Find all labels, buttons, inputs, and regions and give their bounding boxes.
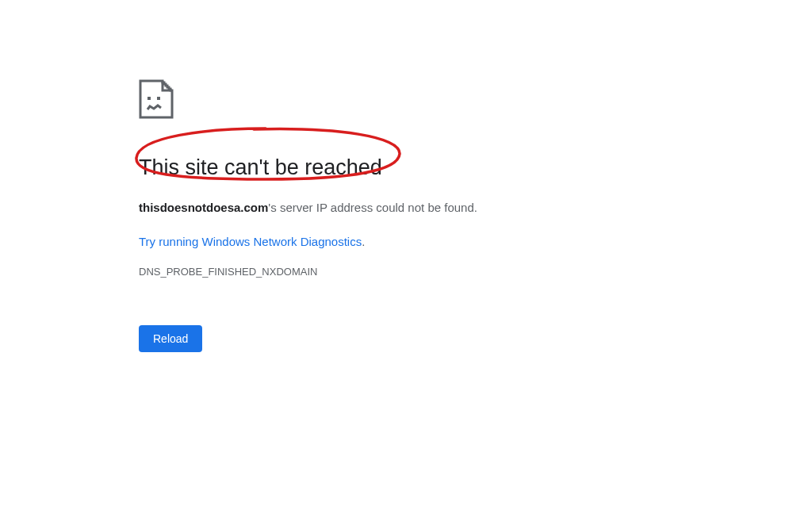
diagnostics-line: Try running Windows Network Diagnostics. [139, 235, 599, 266]
diagnostics-period: . [362, 235, 365, 248]
diagnostics-link[interactable]: Try running Windows Network Diagnostics [139, 235, 362, 248]
svg-rect-1 [157, 97, 160, 100]
error-message-suffix: 's server IP address could not be found. [268, 201, 477, 214]
svg-rect-0 [147, 97, 151, 100]
sad-document-icon [139, 79, 599, 122]
error-page-container: This site can't be reached thisdoesnotdo… [139, 79, 599, 352]
error-domain: thisdoesnotdoesa.com [139, 201, 268, 214]
error-code: DNS_PROBE_FINISHED_NXDOMAIN [139, 266, 599, 278]
reload-button[interactable]: Reload [139, 325, 202, 352]
error-heading: This site can't be reached [139, 154, 599, 182]
error-subtext: thisdoesnotdoesa.com's server IP address… [139, 199, 599, 217]
heading-section: This site can't be reached [139, 154, 599, 182]
